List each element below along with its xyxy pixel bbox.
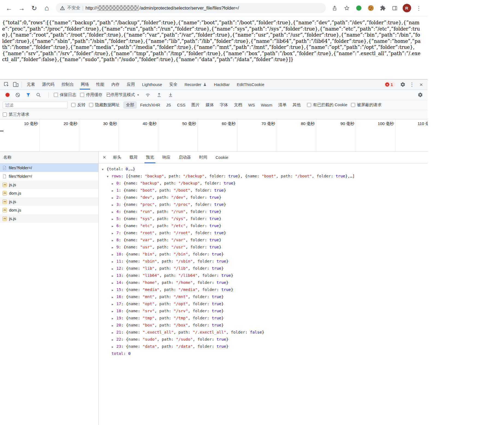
preview-rows-row[interactable]: ▼rows: [{name: "backup", path: "/backup"… — [99, 173, 428, 180]
filter-pill-Wasm[interactable]: Wasm — [258, 102, 275, 108]
devtools-settings-gear-icon[interactable] — [398, 81, 407, 89]
filter-pill-JS[interactable]: JS — [163, 102, 174, 108]
filter-pill-字体[interactable]: 字体 — [217, 101, 231, 109]
filter-pill-清单[interactable]: 清单 — [276, 101, 289, 109]
request-row[interactable]: files?folder=/ — [0, 164, 98, 172]
blocked-requests-checkbox[interactable]: 被屏蔽的请求 — [351, 102, 382, 108]
share-icon[interactable] — [329, 2, 341, 14]
devtools-tab-EditThisCookie[interactable]: EditThisCookie — [233, 79, 268, 90]
network-settings-gear-icon[interactable] — [415, 91, 425, 99]
devtools-tab-内存[interactable]: 内存 — [108, 79, 123, 90]
filter-funnel-icon[interactable] — [23, 91, 33, 99]
request-row[interactable]: JSjs.js — [0, 214, 98, 223]
address-bar[interactable]: 不安全 http:///admin/protected/selector/ser… — [56, 3, 326, 13]
bookmark-star-icon[interactable] — [341, 2, 353, 14]
reload-button[interactable]: ↻ — [28, 2, 40, 14]
preview-item-row[interactable]: ▶14: {name: "home", path: "/home", folde… — [99, 279, 428, 286]
request-row[interactable]: JSjs.js — [0, 197, 98, 206]
preview-item-row[interactable]: ▶2: {name: "dev", path: "/dev", folder: … — [99, 194, 428, 201]
preview-total-row[interactable]: total: 0 — [99, 350, 428, 357]
filter-input[interactable] — [3, 102, 68, 108]
cookie-extension-icon[interactable] — [365, 2, 377, 14]
detail-tab-载荷[interactable]: 载荷 — [125, 151, 142, 163]
detail-tab-响应[interactable]: 响应 — [158, 151, 175, 163]
preview-item-row[interactable]: ▶19: {name: "tmp", path: "/tmp", folder:… — [99, 315, 428, 322]
blocked-cookies-checkbox[interactable]: 有已拦截的 Cookie — [307, 102, 347, 108]
hide-data-urls-checkbox[interactable]: 隐藏数据网址 — [89, 102, 120, 108]
devtools-tab-源代码[interactable]: 源代码 — [39, 79, 58, 90]
security-status-label[interactable]: 不安全 — [67, 5, 80, 11]
extensions-puzzle-icon[interactable] — [377, 2, 389, 14]
detail-tab-启动器[interactable]: 启动器 — [175, 151, 195, 163]
forward-button[interactable]: → — [15, 2, 28, 14]
devtools-tab-Recorder[interactable]: Recorder — [181, 79, 210, 90]
preview-item-row[interactable]: ▶16: {name: "mnt", path: "/mnt", folder:… — [99, 293, 428, 301]
preview-item-row[interactable]: ▶7: {name: "root", path: "/root", folder… — [99, 230, 428, 237]
export-har-icon[interactable] — [166, 91, 175, 99]
preview-item-row[interactable]: ▶3: {name: "proc", path: "/proc", folder… — [99, 201, 428, 208]
detail-tab-Cookie[interactable]: Cookie — [211, 151, 232, 163]
profile-avatar[interactable]: R — [401, 2, 413, 14]
inspect-element-icon[interactable] — [2, 81, 11, 89]
throttling-dropdown[interactable]: 已停用节流模式 ▼ — [106, 92, 139, 97]
preview-item-row[interactable]: ▶11: {name: "sbin", path: "/sbin", folde… — [99, 258, 428, 265]
devtools-tab-控制台[interactable]: 控制台 — [58, 79, 77, 90]
invert-filter-checkbox[interactable]: 反转 — [71, 102, 86, 108]
filter-pill-WS[interactable]: WS — [246, 102, 258, 108]
preview-item-row[interactable]: ▶5: {name: "sys", path: "/sys", folder: … — [99, 215, 428, 222]
filter-pill-全部[interactable]: 全部 — [123, 101, 137, 109]
preview-item-row[interactable]: ▶0: {name: "backup", path: "/backup", fo… — [99, 180, 428, 187]
detail-tab-时间[interactable]: 时间 — [195, 151, 211, 163]
request-row[interactable]: files?folder=/ — [0, 172, 98, 180]
detail-tab-标头[interactable]: 标头 — [109, 151, 125, 163]
preview-item-row[interactable]: ▶22: {name: "sudo", path: "/sudo", folde… — [99, 336, 428, 343]
error-count-badge[interactable]: × 1 — [384, 82, 395, 87]
side-panel-icon[interactable] — [389, 2, 401, 14]
preview-item-row[interactable]: ▶20: {name: "box", path: "/box", folder:… — [99, 322, 428, 329]
devtools-tab-应用[interactable]: 应用 — [123, 79, 138, 90]
preview-item-row[interactable]: ▶10: {name: "bin", path: "/bin", folder:… — [99, 251, 428, 258]
device-toolbar-icon[interactable] — [11, 81, 20, 89]
preview-item-row[interactable]: ▶8: {name: "var", path: "/var", folder: … — [99, 237, 428, 244]
devtools-menu-kebab-icon[interactable]: ⋮ — [407, 81, 417, 89]
request-row[interactable]: JSdom.js — [0, 189, 98, 197]
preview-item-row[interactable]: ▶18: {name: "srv", path: "/srv", folder:… — [99, 308, 428, 315]
preview-item-row[interactable]: ▶17: {name: "opt", path: "/opt", folder:… — [99, 301, 428, 308]
preview-item-row[interactable]: ▶23: {name: "data", path: "/data", folde… — [99, 343, 428, 350]
filter-pill-其他[interactable]: 其他 — [290, 101, 303, 109]
extension-green-icon[interactable] — [353, 2, 365, 14]
filter-pill-Fetch/XHR[interactable]: Fetch/XHR — [137, 102, 163, 108]
network-search-icon[interactable] — [34, 91, 43, 99]
devtools-tab-网络[interactable]: 网络 — [77, 79, 93, 90]
close-detail-icon[interactable]: × — [100, 151, 109, 163]
preview-item-row[interactable]: ▶1: {name: "boot", path: "/boot", folder… — [99, 187, 428, 194]
network-overview-timeline[interactable]: 10 毫秒20 毫秒30 毫秒40 毫秒50 毫秒60 毫秒70 毫秒80 毫秒… — [0, 119, 428, 151]
request-row[interactable]: JSdom.js — [0, 206, 98, 214]
devtools-tab-安全[interactable]: 安全 — [166, 79, 181, 90]
devtools-close-icon[interactable]: × — [417, 81, 426, 89]
home-button[interactable]: ⌂ — [40, 2, 53, 14]
devtools-tab-性能[interactable]: 性能 — [93, 79, 108, 90]
filter-pill-文档[interactable]: 文档 — [231, 101, 245, 109]
import-har-icon[interactable] — [155, 91, 164, 99]
preview-item-row[interactable]: ▶9: {name: "usr", path: "/usr", folder: … — [99, 244, 428, 251]
filter-pill-CSS[interactable]: CSS — [174, 102, 188, 108]
preview-item-row[interactable]: ▶6: {name: "etc", path: "/etc", folder: … — [99, 222, 428, 230]
preserve-log-checkbox[interactable]: 保留日志 — [54, 92, 76, 97]
detail-tab-预览[interactable]: 预览 — [142, 151, 158, 163]
preview-item-row[interactable]: ▶15: {name: "media", path: "/media", fol… — [99, 286, 428, 293]
back-button[interactable]: ← — [3, 2, 15, 14]
clear-network-log-icon[interactable] — [13, 91, 22, 99]
devtools-tab-Lighthouse[interactable]: Lighthouse — [138, 79, 166, 90]
request-row[interactable]: JSjs.js — [0, 180, 98, 189]
filter-pill-媒体[interactable]: 媒体 — [203, 101, 217, 109]
preview-item-row[interactable]: ▶4: {name: "run", path: "/run", folder: … — [99, 208, 428, 215]
preview-item-row[interactable]: ▶13: {name: "lib64", path: "/lib64", fol… — [99, 272, 428, 279]
preview-item-row[interactable]: ▶21: {name: ".exectl_all", path: "/.exec… — [99, 329, 428, 336]
browser-menu-kebab-icon[interactable]: ⋮ — [413, 2, 425, 14]
third-party-requests-checkbox[interactable]: 第三方请求 — [3, 112, 29, 117]
preview-root-row[interactable]: ▼{total: 0,…} — [99, 166, 428, 173]
not-secure-warning-icon[interactable] — [60, 6, 65, 10]
record-network-log-icon[interactable] — [3, 91, 12, 99]
disable-cache-checkbox[interactable]: 停用缓存 — [80, 92, 102, 97]
